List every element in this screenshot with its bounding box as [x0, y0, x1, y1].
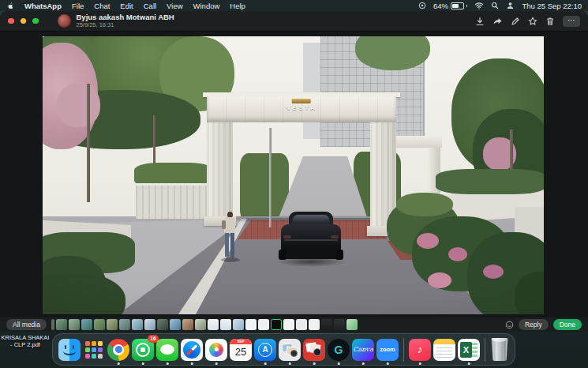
thumbnail[interactable] [132, 319, 143, 330]
thumbnail[interactable] [208, 319, 219, 330]
dock-appstore-icon[interactable]: A [254, 339, 276, 361]
thumbnail[interactable] [81, 319, 92, 330]
dock-canva-icon[interactable]: Canva [352, 339, 374, 361]
thumbnail[interactable] [309, 319, 320, 330]
media-viewer: VESTA [0, 32, 588, 317]
thumbnail[interactable] [56, 319, 67, 330]
chat-avatar[interactable] [58, 14, 71, 28]
menu-chat[interactable]: Chat [94, 2, 110, 10]
dock-notes-icon[interactable] [433, 339, 455, 361]
thumbnail[interactable] [283, 319, 294, 330]
all-media-button[interactable]: All media [6, 319, 47, 330]
media-viewer-header: Byjus aakash Motwani ABH 25/9/25, 18:31 … [0, 11, 588, 32]
dock-divider [403, 338, 404, 362]
apple-menu-icon[interactable] [6, 2, 14, 10]
dock-launchpad-icon[interactable] [83, 339, 105, 361]
emoji-reaction-icon[interactable] [505, 321, 514, 329]
thumbnail-selected[interactable] [271, 319, 282, 330]
dock-g-app-icon[interactable]: G [328, 339, 350, 361]
menu-call[interactable]: Call [144, 2, 156, 10]
dock: 16 SEP 25 A G Canva zoom ♪ X [52, 333, 515, 366]
thumbnail[interactable] [233, 319, 244, 330]
thumbnail[interactable] [157, 319, 168, 330]
thumbnail[interactable] [296, 319, 307, 330]
menu-view[interactable]: View [167, 2, 182, 10]
media-timestamp: 25/9/25, 18:31 [77, 22, 174, 29]
dock-chrome-icon[interactable] [107, 339, 129, 361]
dock-photos-icon[interactable] [205, 339, 227, 361]
more-options-button[interactable]: ⋯ [563, 16, 580, 27]
thumbnail[interactable] [334, 319, 345, 330]
media-strip: All media Reply Done [0, 317, 588, 332]
thumbnail[interactable] [94, 319, 105, 330]
dock-messages-icon[interactable] [156, 339, 178, 361]
user-switch-icon[interactable] [506, 2, 515, 9]
delete-icon[interactable] [545, 17, 555, 26]
status-circle-icon[interactable] [418, 2, 426, 9]
download-icon[interactable] [475, 17, 485, 26]
dock-music-icon[interactable]: ♪ [409, 339, 431, 361]
thumbnail[interactable] [321, 319, 332, 330]
thumbnail[interactable] [107, 319, 118, 330]
desktop-file-label[interactable]: KRISALA SHAKAI - CLP 2.pdf [0, 334, 51, 348]
wifi-icon[interactable] [474, 2, 484, 9]
dock-trash-icon[interactable] [490, 338, 509, 361]
thumbnail-strip [51, 319, 358, 330]
menu-edit[interactable]: Edit [120, 2, 133, 10]
chat-title: Byjus aakash Motwani ABH [77, 13, 174, 22]
dock-calendar-icon[interactable]: SEP 25 [230, 339, 252, 361]
minimize-window-button[interactable] [21, 18, 27, 24]
dock-safari-icon[interactable] [181, 339, 203, 361]
thumbnail[interactable] [144, 319, 155, 330]
dock-excel-icon[interactable]: X [458, 339, 480, 361]
dock-zoom-icon[interactable]: zoom [376, 339, 399, 361]
thumbnail[interactable] [346, 319, 358, 330]
thumbnail[interactable] [195, 319, 206, 330]
menu-bar: WhatsApp File Chat Edit Call View Window… [0, 0, 588, 11]
thumbnail[interactable] [69, 319, 80, 330]
done-button[interactable]: Done [553, 319, 582, 330]
star-icon[interactable] [528, 17, 537, 26]
thumbnail[interactable] [170, 319, 181, 330]
dock-whatsapp-icon[interactable]: 16 [132, 339, 154, 361]
zoom-window-button[interactable] [32, 18, 39, 24]
thumbnail[interactable] [119, 319, 130, 330]
menu-file[interactable]: File [72, 2, 84, 10]
thumbnail[interactable] [245, 319, 257, 330]
close-window-button[interactable] [8, 18, 14, 24]
thumbnail[interactable] [220, 319, 231, 330]
reply-button[interactable]: Reply [519, 319, 549, 330]
spotlight-search-icon[interactable] [491, 2, 499, 9]
thumbnail[interactable] [182, 319, 193, 330]
dock-photo-editor-icon[interactable] [303, 339, 325, 361]
dock-photo-viewer-icon[interactable] [279, 339, 301, 361]
whatsapp-window: Byjus aakash Motwani ABH 25/9/25, 18:31 … [0, 11, 588, 332]
forward-icon[interactable] [492, 17, 503, 26]
photo-image[interactable]: VESTA [43, 36, 544, 314]
edit-icon[interactable] [511, 17, 520, 26]
menu-window[interactable]: Window [193, 2, 220, 10]
menu-help[interactable]: Help [230, 2, 245, 10]
menubar-app-name[interactable]: WhatsApp [24, 2, 62, 10]
menubar-clock[interactable]: Thu 25 Sep 22:10 [522, 2, 582, 10]
dock-divider [485, 338, 485, 362]
thumbnail[interactable] [51, 319, 54, 330]
thumbnail[interactable] [258, 319, 269, 330]
battery-icon [451, 2, 464, 9]
battery-indicator[interactable]: 64% [433, 2, 468, 10]
dock-finder-icon[interactable] [58, 339, 81, 361]
battery-percent: 64% [433, 2, 448, 10]
